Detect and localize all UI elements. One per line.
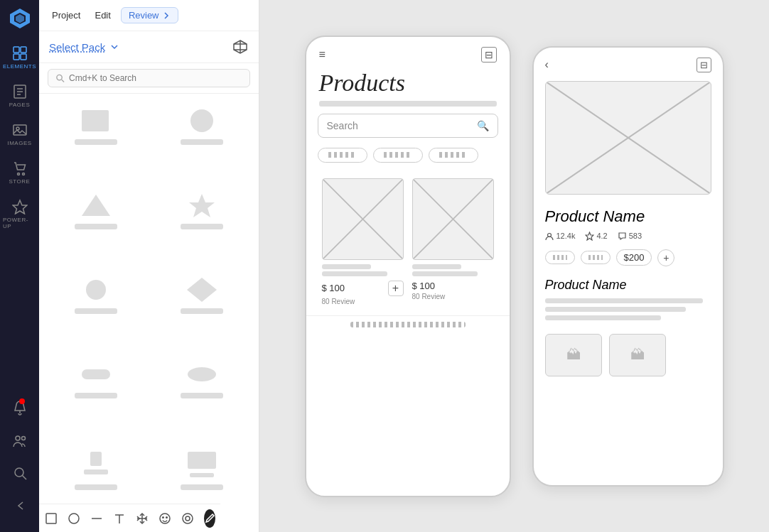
- menu-project[interactable]: Project: [48, 7, 85, 23]
- phone-search-text: Search: [327, 120, 358, 131]
- svg-point-39: [69, 514, 79, 523]
- svg-point-45: [166, 516, 167, 518]
- svg-marker-31: [187, 278, 217, 302]
- top-menu: Project Edit Review: [39, 0, 259, 31]
- svg-point-47: [185, 516, 190, 521]
- element-star[interactable]: [151, 184, 254, 266]
- filter-tag-2[interactable]: [373, 148, 423, 163]
- stat-comments: 583: [618, 232, 642, 241]
- svg-point-46: [183, 514, 193, 523]
- svg-point-13: [17, 173, 19, 175]
- svg-line-51: [413, 179, 493, 259]
- svg-rect-36: [188, 452, 216, 469]
- tool-brush[interactable]: [204, 509, 215, 528]
- menu-edit[interactable]: Edit: [90, 7, 114, 23]
- svg-line-49: [323, 179, 403, 259]
- sidebar-item-notifications[interactable]: [9, 394, 31, 421]
- sidebar-item-label-elements: ELEMENTS: [3, 63, 36, 70]
- stat-followers: 12.4k: [545, 232, 576, 241]
- product-add-btn-1[interactable]: +: [388, 281, 404, 296]
- sidebar-item-store[interactable]: STORE: [0, 155, 39, 190]
- product-price-row-2: $ 100: [412, 281, 494, 291]
- svg-marker-15: [13, 200, 27, 214]
- sidebar-item-elements[interactable]: ELEMENTS: [0, 40, 39, 75]
- sidebar-item-powerup[interactable]: POWER-UP: [0, 193, 39, 235]
- tool-text[interactable]: [113, 511, 126, 526]
- product-price-row-1: $ 100 +: [322, 281, 404, 296]
- element-triangle[interactable]: [45, 184, 148, 266]
- tool-move[interactable]: [136, 511, 149, 526]
- product-img-2: [412, 178, 494, 260]
- detail-product-name2: Product Name: [534, 272, 723, 295]
- filter-tag-3[interactable]: [429, 148, 478, 163]
- panel-sidebar: Project Edit Review Select Pack: [39, 0, 259, 532]
- tool-emoji[interactable]: [158, 511, 171, 526]
- phone-bottom-nav: [306, 315, 510, 333]
- detail-add-button[interactable]: +: [657, 249, 674, 266]
- element-circle[interactable]: [151, 99, 254, 181]
- icon-sidebar: ELEMENTS PAGES IMAGES STORE POWER-UP: [0, 0, 39, 532]
- phone-subtitle-line: [319, 101, 497, 107]
- element-square[interactable]: [45, 99, 148, 181]
- search-input[interactable]: [69, 73, 242, 83]
- svg-line-48: [323, 179, 403, 259]
- element-ellipse[interactable]: [151, 353, 254, 435]
- tool-rectangle[interactable]: [45, 511, 58, 526]
- svg-line-25: [62, 80, 64, 82]
- detail-hero-image: [545, 81, 711, 195]
- select-pack-button[interactable]: Select Pack: [49, 41, 119, 53]
- phone-search-bar[interactable]: Search 🔍: [318, 114, 498, 138]
- product-img-1: [322, 178, 404, 260]
- detail-price: $200: [616, 249, 652, 266]
- svg-marker-29: [189, 194, 215, 217]
- comments-count: 583: [629, 232, 642, 240]
- detail-tag-1[interactable]: [545, 251, 575, 264]
- sidebar-item-images[interactable]: IMAGES: [0, 116, 39, 152]
- tool-radio[interactable]: [181, 511, 194, 526]
- svg-rect-35: [84, 469, 108, 474]
- detail-tag-2[interactable]: [581, 251, 611, 264]
- sidebar-item-pages[interactable]: PAGES: [0, 78, 39, 114]
- search-box[interactable]: [48, 69, 250, 87]
- svg-point-33: [188, 367, 216, 381]
- search-magnifier-icon: 🔍: [477, 120, 489, 131]
- review-button[interactable]: Review: [121, 7, 178, 23]
- main-canvas: ≡ ⊟ Products Search 🔍: [259, 0, 769, 532]
- sidebar-item-label-store: STORE: [9, 178, 31, 185]
- app-logo: [7, 6, 33, 31]
- svg-rect-38: [46, 514, 56, 523]
- tool-circle[interactable]: [68, 511, 80, 526]
- svg-rect-6: [21, 54, 26, 60]
- detail-description: [534, 295, 723, 327]
- svg-point-44: [162, 516, 163, 518]
- detail-thumb-2[interactable]: 🏔: [609, 334, 666, 376]
- back-icon[interactable]: ‹: [545, 58, 549, 71]
- svg-point-27: [190, 109, 213, 132]
- sidebar-item-users[interactable]: [9, 427, 31, 454]
- tool-line[interactable]: [90, 511, 103, 526]
- element-pill[interactable]: [45, 353, 148, 435]
- svg-line-50: [413, 179, 493, 259]
- detail-thumbnails: 🏔 🏔: [534, 327, 723, 384]
- svg-rect-5: [14, 54, 19, 60]
- filter-tag-1[interactable]: [318, 148, 367, 163]
- sidebar-item-label-pages: PAGES: [9, 102, 30, 108]
- followers-count: 12.4k: [556, 232, 576, 240]
- svg-rect-3: [14, 47, 19, 53]
- sidebar-item-search[interactable]: [9, 460, 31, 487]
- detail-tags-row: $200 +: [534, 244, 723, 272]
- svg-rect-4: [21, 47, 26, 53]
- svg-marker-55: [586, 232, 593, 240]
- image-placeholder-icon-2: 🏔: [630, 347, 645, 363]
- cube-icon[interactable]: [232, 38, 249, 55]
- stat-rating: 4.2: [585, 232, 607, 241]
- select-pack-row: Select Pack: [39, 31, 259, 63]
- element-oval[interactable]: [45, 268, 148, 350]
- sidebar-item-collapse[interactable]: [9, 492, 31, 519]
- detail-stats-row: 12.4k 4.2 583: [534, 229, 723, 244]
- svg-point-19: [15, 468, 23, 477]
- detail-thumb-1[interactable]: 🏔: [545, 334, 602, 376]
- element-diamond[interactable]: [151, 268, 254, 350]
- svg-point-18: [21, 437, 25, 440]
- svg-point-17: [16, 436, 20, 440]
